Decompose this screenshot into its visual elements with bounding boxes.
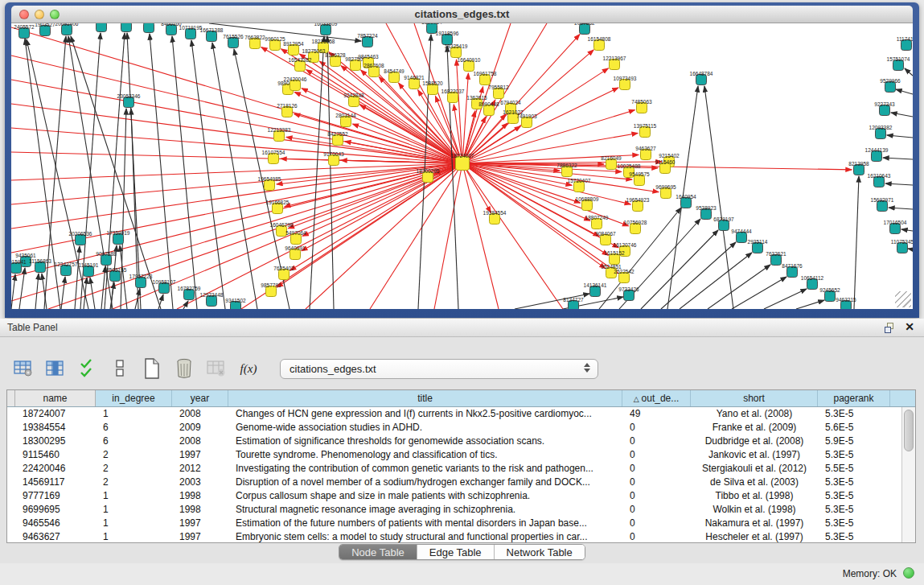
graph-node[interactable]: 10973493 <box>614 76 637 90</box>
resize-grip[interactable] <box>895 291 911 307</box>
graph-node[interactable]: 9699695 <box>655 184 676 199</box>
select-all-columns-button[interactable] <box>76 356 100 381</box>
column-header-title[interactable]: title <box>228 390 622 406</box>
float-panel-icon[interactable] <box>885 323 895 333</box>
delete-table-button[interactable] <box>204 356 228 381</box>
create-new-column-button[interactable] <box>140 356 164 381</box>
graph-node[interactable]: 12213383 <box>268 127 291 142</box>
window-titlebar[interactable]: citations_edges.txt <box>11 6 913 23</box>
change-table-mode-button[interactable] <box>11 356 35 381</box>
graph-node[interactable]: 7491903 <box>516 113 537 128</box>
graph-node[interactable]: 10719195 <box>179 25 203 39</box>
table-row[interactable]: 1456911722003Disruption of a novel membe… <box>7 476 901 489</box>
graph-node[interactable]: 10756928 <box>624 220 647 234</box>
column-header-name[interactable]: name <box>15 390 96 406</box>
scrollbar-thumb[interactable] <box>904 410 914 451</box>
graph-node[interactable]: 9097588 <box>96 251 117 266</box>
graph-node[interactable]: 12923448 <box>200 292 224 307</box>
graph-node[interactable]: 7485063 <box>631 99 652 113</box>
table-row[interactable]: 1938455462009Genome-wide association stu… <box>7 421 901 435</box>
table-row[interactable]: 2242004622012Investigating the contribut… <box>7 462 901 476</box>
column-header-short[interactable]: short <box>691 390 818 406</box>
graph-node[interactable]: 9170043 <box>323 151 344 166</box>
graph-node[interactable]: 11156863 <box>29 258 51 273</box>
graph-node[interactable]: 19654985 <box>258 176 281 191</box>
graph-node[interactable]: 5497064 <box>285 230 306 245</box>
graph-node[interactable]: 1615152 <box>604 250 625 265</box>
table-row[interactable]: 969969511998Structural magnetic resonanc… <box>7 503 901 517</box>
graph-node[interactable]: 9960125 <box>265 36 285 51</box>
graph-node[interactable]: 9463215 <box>836 297 856 309</box>
graph-node[interactable]: 16782759 <box>178 286 201 300</box>
graph-node[interactable]: 20691406 <box>55 23 79 35</box>
close-panel-icon[interactable]: ✕ <box>905 320 914 333</box>
graph-node[interactable]: 8427552 <box>327 131 348 146</box>
graph-node[interactable]: 16543382 <box>289 57 312 72</box>
table-row[interactable]: 1872400712008Changes of HCN gene express… <box>7 407 901 421</box>
network-canvas[interactable]: 1872400724055721903527206914069806745106… <box>11 23 913 309</box>
table-row[interactable]: 1830029562008Estimation of significance … <box>7 435 901 448</box>
graph-node[interactable]: 1588520 <box>422 80 443 95</box>
graph-node[interactable]: 16961758 <box>474 71 497 85</box>
graph-node[interactable]: 2522542 <box>614 269 634 283</box>
graph-node[interactable]: 11075345 <box>891 239 913 253</box>
graph-node[interactable]: 15751074 <box>887 56 910 71</box>
graph-node[interactable]: 17016504 <box>884 220 907 234</box>
graph-node[interactable]: 9463627 <box>635 146 656 160</box>
graph-node[interactable]: 10688809 <box>576 196 599 211</box>
graph-node[interactable]: 1640954 <box>676 194 696 208</box>
graph-node[interactable]: 7615526 <box>223 34 244 48</box>
table-row[interactable]: 911546021997Tourette syndrome. Phenomeno… <box>7 448 901 462</box>
graph-node[interactable]: 8454749 <box>384 68 405 83</box>
graph-node[interactable]: 8134727 <box>563 297 584 309</box>
graph-node[interactable]: 2867608 <box>363 63 384 77</box>
delete-column-button[interactable] <box>172 356 196 381</box>
table-row[interactable]: 946362711997Embryonic stem cells: a mode… <box>7 530 901 542</box>
column-header-pagerank[interactable]: pagerank <box>818 390 890 406</box>
graph-node[interactable]: 8912954 <box>283 41 304 56</box>
graph-node[interactable]: 16648784 <box>690 71 713 85</box>
graph-node[interactable]: 9806745 <box>91 23 112 32</box>
graph-node[interactable]: 18807249 <box>585 215 609 229</box>
graph-node[interactable]: 9227343 <box>874 101 895 116</box>
graph-node[interactable]: 1903527 <box>35 23 55 36</box>
tab-node-table[interactable]: Node Table <box>339 545 417 559</box>
graph-node[interactable]: 2087662 <box>574 23 595 35</box>
show-column-button[interactable] <box>43 356 68 381</box>
graph-node[interactable]: 16822037 <box>441 89 465 103</box>
graph-node[interactable]: 12093382 <box>869 125 893 139</box>
column-header-out_de[interactable]: △out_de... <box>622 390 691 406</box>
table-chooser-dropdown[interactable]: citations_edges.txt <box>280 359 598 379</box>
graph-node[interactable]: 2935114 <box>748 239 768 253</box>
graph-node[interactable]: 7857224 <box>357 33 378 47</box>
graph-node[interactable]: 1527602 <box>138 23 159 33</box>
graph-node[interactable]: 16210643 <box>868 173 891 187</box>
graph-node[interactable]: 19218596 <box>436 31 459 45</box>
graph-node[interactable]: 12213967 <box>603 56 626 70</box>
table-scrollbar[interactable] <box>901 407 915 542</box>
column-header-year[interactable]: year <box>172 390 228 406</box>
graph-node[interactable]: 1145191 <box>79 262 99 277</box>
tab-network-table[interactable]: Network Table <box>494 545 585 559</box>
graph-node[interactable]: 2405572 <box>14 24 35 39</box>
table-row[interactable]: 946554611997Estimation of the future num… <box>7 517 901 530</box>
column-header-in_degree[interactable]: in_degree <box>96 390 172 406</box>
graph-node[interactable]: 17957223 <box>129 274 153 288</box>
graph-node[interactable]: 10653287 <box>115 23 138 32</box>
graph-node[interactable]: 16107554 <box>262 150 285 164</box>
graph-node[interactable]: 16033809 <box>314 23 338 35</box>
graph-node[interactable]: 1117415 <box>897 36 913 51</box>
graph-node[interactable]: 2718126 <box>277 103 298 117</box>
graph-node[interactable]: 16154808 <box>588 36 611 51</box>
graph-node[interactable]: 12444139 <box>865 147 889 162</box>
unselect-all-columns-button[interactable] <box>108 356 132 381</box>
function-builder-button[interactable]: f(x) <box>236 356 261 381</box>
graph-node[interactable]: 8213958 <box>848 161 869 175</box>
tab-edge-table[interactable]: Edge Table <box>417 545 494 559</box>
graph-node[interactable]: 8471676 <box>782 263 803 278</box>
graph-node[interactable]: 9733426 <box>618 286 639 301</box>
graph-node[interactable]: 16640910 <box>458 57 481 72</box>
graph-node[interactable]: 12342757 <box>55 262 78 276</box>
graph-node[interactable]: 7663822 <box>244 35 265 49</box>
graph-node[interactable]: 9549575 <box>629 171 650 186</box>
